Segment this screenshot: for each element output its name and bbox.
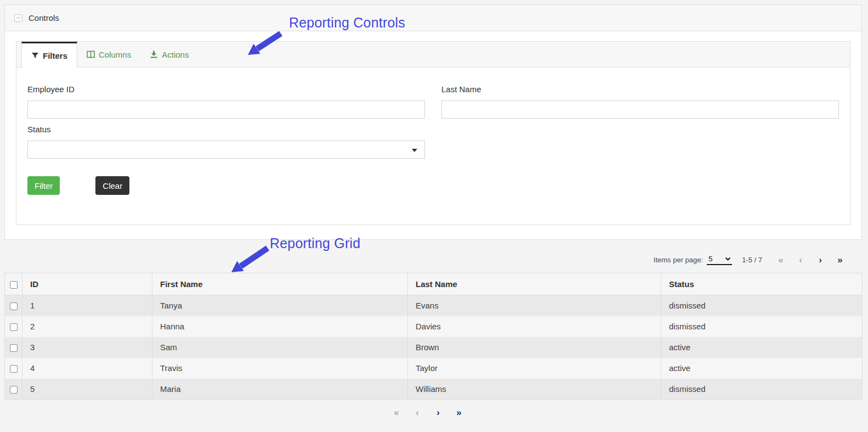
cell-last-name: Taylor	[408, 358, 661, 379]
select-all-cell	[5, 273, 22, 295]
tab-label: Columns	[99, 50, 131, 59]
cell-id: 1	[22, 295, 152, 316]
row-checkbox[interactable]	[10, 302, 18, 310]
employee-id-input[interactable]	[27, 100, 425, 119]
row-checkbox[interactable]	[10, 386, 18, 394]
col-header-last-name[interactable]: Last Name	[408, 273, 661, 295]
clear-button[interactable]: Clear	[95, 176, 129, 195]
first-page-button[interactable]: «	[387, 408, 406, 417]
items-per-page-value: 5	[708, 255, 712, 263]
table-row[interactable]: 1 Tanya Evans dismissed	[5, 295, 863, 316]
cell-status: dismissed	[661, 295, 863, 316]
cell-first-name: Maria	[152, 379, 408, 400]
tab-strip: Filters Columns Actions	[16, 42, 850, 68]
last-page-button[interactable]: »	[449, 408, 469, 417]
prev-page-button[interactable]: ‹	[407, 408, 427, 417]
table-row[interactable]: 2 Hanna Davies dismissed	[5, 316, 863, 337]
controls-panel: Controls Filters Columns	[4, 4, 862, 240]
cell-status: active	[661, 358, 863, 379]
employee-id-label: Employee ID	[27, 85, 425, 94]
tab-card: Filters Columns Actions	[16, 41, 850, 225]
cell-id: 3	[22, 337, 152, 358]
cell-status: dismissed	[661, 379, 863, 400]
cell-first-name: Hanna	[152, 316, 408, 337]
cell-first-name: Sam	[152, 337, 408, 358]
caret-down-icon	[412, 149, 417, 152]
cell-last-name: Williams	[408, 379, 661, 400]
tab-actions[interactable]: Actions	[140, 42, 198, 67]
collapse-icon[interactable]	[14, 14, 22, 22]
filters-tab-content: Employee ID Last Name Status	[16, 68, 850, 206]
grid-bottom-paginator: « ‹ › »	[0, 403, 856, 422]
table-header-row: ID First Name Last Name Status	[5, 273, 863, 295]
next-page-button[interactable]: ›	[428, 408, 448, 417]
annotation-arrow-grid-icon	[228, 245, 272, 276]
table-row[interactable]: 3 Sam Brown active	[5, 337, 863, 358]
table-row[interactable]: 4 Travis Taylor active	[5, 358, 863, 379]
next-page-button[interactable]: ›	[810, 255, 830, 265]
items-per-page-label: Items per page:	[654, 256, 703, 264]
tab-label: Filters	[43, 51, 67, 60]
cell-status: dismissed	[661, 316, 863, 337]
status-label: Status	[27, 125, 425, 134]
grid-paginator: Items per page: 5 1-5 / 7 « ‹ › »	[654, 251, 850, 268]
col-header-status[interactable]: Status	[661, 273, 863, 295]
filter-button[interactable]: Filter	[27, 176, 60, 195]
col-header-id[interactable]: ID	[22, 273, 152, 295]
cell-first-name: Tanya	[152, 295, 408, 316]
row-checkbox[interactable]	[10, 365, 18, 373]
panel-title: Controls	[29, 13, 59, 23]
tab-filters[interactable]: Filters	[21, 42, 77, 68]
row-checkbox[interactable]	[10, 323, 18, 331]
chevron-down-icon	[725, 257, 731, 261]
download-icon	[150, 51, 158, 58]
funnel-icon	[31, 52, 39, 59]
row-checkbox[interactable]	[10, 344, 18, 352]
items-per-page-select[interactable]: 5	[707, 254, 732, 265]
controls-panel-header[interactable]: Controls	[5, 5, 861, 31]
cell-id: 4	[22, 358, 152, 379]
page-range-label: 1-5 / 7	[742, 256, 762, 264]
cell-first-name: Travis	[152, 358, 408, 379]
cell-status: active	[661, 337, 863, 358]
columns-icon	[87, 51, 95, 58]
cell-last-name: Evans	[408, 295, 661, 316]
last-name-label: Last Name	[441, 85, 839, 94]
first-page-button[interactable]: «	[771, 255, 791, 265]
last-page-button[interactable]: »	[830, 255, 850, 265]
table-row[interactable]: 5 Maria Williams dismissed	[5, 379, 863, 400]
col-header-first-name[interactable]: First Name	[152, 273, 408, 295]
cell-id: 5	[22, 379, 152, 400]
select-all-checkbox[interactable]	[10, 281, 18, 289]
last-name-input[interactable]	[441, 100, 839, 119]
cell-id: 2	[22, 316, 152, 337]
reporting-grid-table: ID First Name Last Name Status 1 Tanya E…	[4, 273, 863, 400]
tab-label: Actions	[162, 50, 189, 59]
tab-columns[interactable]: Columns	[77, 42, 140, 67]
cell-last-name: Brown	[408, 337, 661, 358]
prev-page-button[interactable]: ‹	[791, 255, 810, 265]
status-select[interactable]	[27, 141, 425, 159]
cell-last-name: Davies	[408, 316, 661, 337]
controls-panel-body: Filters Columns Actions	[5, 31, 861, 225]
